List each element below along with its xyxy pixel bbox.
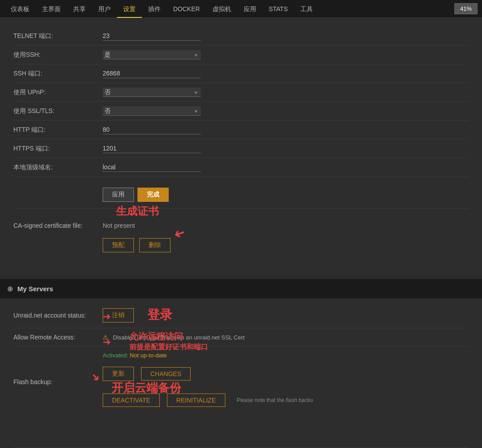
- account-row: Unraid.net account status: 注销 登录 ➜: [13, 303, 469, 328]
- settings-content: TELNET 端口: 使用SSH: 是 否 ▼ SSH 端口:: [0, 18, 482, 275]
- nav-vm[interactable]: 虚拟机: [206, 0, 237, 18]
- ssh-enable-row: 使用SSH: 是 否 ▼: [13, 46, 469, 64]
- apply-done-row: 应用 完成: [13, 181, 469, 208]
- update-changes-row: 更新 CHANGES: [103, 362, 194, 385]
- account-label: Unraid.net account status:: [13, 312, 103, 319]
- ssl-row: 使用 SSL/TLS: 否 是 ▼: [13, 102, 469, 121]
- nav-dashboard[interactable]: 仪表板: [4, 0, 36, 18]
- my-servers-section: ⊕ My Servers Unraid.net account status: …: [0, 279, 482, 448]
- domain-value: [103, 163, 469, 172]
- ssh-enable-value: 是 否 ▼: [103, 50, 469, 59]
- flash-not-updated-label: Not up-to-date: [130, 352, 167, 359]
- ssh-port-value: [103, 69, 469, 78]
- update-button[interactable]: 更新: [103, 367, 134, 381]
- ssh-port-row: SSH 端口:: [13, 64, 469, 83]
- ssh-port-input[interactable]: [103, 69, 201, 78]
- cpu-stats: 41%: [454, 3, 478, 14]
- nav-main[interactable]: 主界面: [36, 0, 67, 18]
- remote-warning-text: Disabled until you Provision an unraid.n…: [113, 334, 245, 341]
- done-button[interactable]: 完成: [137, 188, 169, 202]
- nav-users[interactable]: 用户: [92, 0, 117, 18]
- ca-cert-label: CA-signed certificate file:: [13, 222, 103, 229]
- settings-section: TELNET 端口: 使用SSH: 是 否 ▼ SSH 端口:: [13, 27, 469, 177]
- my-servers-content: Unraid.net account status: 注销 登录 ➜ Allow…: [0, 298, 482, 448]
- my-servers-title: My Servers: [17, 285, 53, 293]
- http-port-input[interactable]: [103, 125, 201, 134]
- reinitialize-button[interactable]: REINITIALIZE: [167, 394, 225, 407]
- ca-cert-value: Not present: [103, 222, 135, 229]
- flash-value: Activated: Not up-to-date 更新 CHANGES DEA…: [103, 352, 469, 411]
- upnp-select-wrapper: 否 是 ▼: [103, 88, 201, 97]
- flash-label: Flash backup:: [13, 378, 103, 385]
- ssh-select[interactable]: 是 否: [103, 50, 201, 59]
- remote-value: ⚠ Disabled until you Provision an unraid…: [103, 334, 469, 341]
- ssl-label: 使用 SSL/TLS:: [13, 107, 103, 115]
- deactivate-reinitialize-row: DEACTIVATE REINITIALIZE Please note that…: [103, 389, 313, 411]
- telnet-input[interactable]: [103, 31, 201, 41]
- account-value: 注销: [103, 308, 469, 322]
- provision-button[interactable]: 预配: [103, 238, 134, 252]
- http-port-row: HTTP 端口:: [13, 121, 469, 139]
- ca-buttons-row: 预配 删除: [13, 234, 469, 257]
- deactivate-button[interactable]: DEACTIVATE: [103, 394, 160, 407]
- ssh-select-wrapper: 是 否 ▼: [103, 50, 201, 59]
- flash-activated-label: Activated:: [103, 352, 128, 359]
- ca-cert-section: 生成证书 ➜ CA-signed certificate file: Not p…: [13, 208, 469, 266]
- telnet-row: TELNET 端口:: [13, 27, 469, 46]
- telnet-value: [103, 31, 469, 41]
- nav-plugins[interactable]: 插件: [142, 0, 167, 18]
- https-port-value: [103, 144, 469, 153]
- upnp-label: 使用 UPnP:: [13, 88, 103, 96]
- cancel-button[interactable]: 注销: [103, 308, 134, 322]
- my-servers-header: ⊕ My Servers: [0, 279, 482, 298]
- domain-input[interactable]: [103, 163, 201, 172]
- nav-share[interactable]: 共享: [67, 0, 92, 18]
- delete-button[interactable]: 删除: [139, 238, 170, 252]
- domain-label: 本地顶级域名:: [13, 163, 103, 172]
- globe-icon: ⊕: [7, 285, 13, 293]
- warning-icon: ⚠: [103, 334, 108, 341]
- https-port-row: HTTPS 端口:: [13, 139, 469, 158]
- ca-cert-row: CA-signed certificate file: Not present: [13, 218, 469, 234]
- remote-label: Allow Remote Access:: [13, 334, 103, 341]
- ssl-select-wrapper: 否 是 ▼: [103, 106, 201, 116]
- upnp-value: 否 是 ▼: [103, 88, 469, 97]
- nav-apps[interactable]: 应用: [237, 0, 262, 18]
- nav-stats[interactable]: STATS: [262, 0, 294, 18]
- http-port-label: HTTP 端口:: [13, 126, 103, 134]
- top-navigation: 仪表板 主界面 共享 用户 设置 插件 DOCKER 虚拟机 应用 STATS …: [0, 0, 482, 18]
- https-port-label: HTTPS 端口:: [13, 145, 103, 153]
- upnp-select[interactable]: 否 是: [103, 88, 201, 97]
- nav-tools[interactable]: 工具: [294, 0, 319, 18]
- ssh-port-label: SSH 端口:: [13, 70, 103, 78]
- upnp-row: 使用 UPnP: 否 是 ▼: [13, 83, 469, 102]
- ssh-enable-label: 使用SSH:: [13, 51, 103, 59]
- apply-button[interactable]: 应用: [103, 188, 134, 202]
- flash-status: Activated: Not up-to-date: [103, 352, 167, 359]
- ssl-value: 否 是 ▼: [103, 106, 469, 116]
- domain-row: 本地顶级域名:: [13, 158, 469, 177]
- partial-info-text: Please note that the flash backu: [237, 397, 313, 403]
- http-port-value: [103, 125, 469, 134]
- https-port-input[interactable]: [103, 144, 201, 153]
- ssl-select[interactable]: 否 是: [103, 106, 201, 116]
- changes-button[interactable]: CHANGES: [141, 367, 191, 381]
- remote-access-row: Allow Remote Access: ⚠ Disabled until yo…: [13, 328, 469, 347]
- telnet-label: TELNET 端口:: [13, 32, 103, 40]
- nav-docker[interactable]: DOCKER: [167, 0, 206, 18]
- nav-settings[interactable]: 设置: [117, 0, 142, 18]
- flash-backup-row: Flash backup: Activated: Not up-to-date …: [13, 347, 469, 448]
